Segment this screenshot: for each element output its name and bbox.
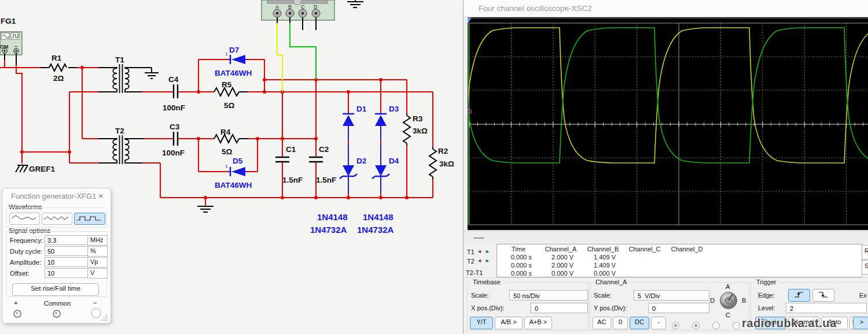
yt-mode-button[interactable]: Y/T — [470, 317, 493, 329]
ground-top-icon[interactable] — [347, 0, 363, 8]
capacitor-c4[interactable] — [174, 84, 178, 98]
set-rise-fall-button[interactable]: Set rise/Fall time — [12, 283, 99, 296]
dialog-title: Function generator-XFG1 — [11, 192, 96, 201]
scope-symbol[interactable]: A B C D — [262, 0, 334, 30]
minus-coupling-button[interactable]: - — [651, 317, 666, 329]
resistor-r3[interactable] — [403, 113, 410, 146]
scope-term-a-label: A — [275, 4, 279, 10]
channel-c-radio[interactable] — [712, 322, 720, 329]
timebase-scale-input[interactable] — [509, 290, 588, 300]
resize-grip[interactable] — [101, 314, 108, 321]
duty-cycle-input[interactable] — [45, 246, 89, 256]
duty-cycle-label: Duty cycle: — [10, 248, 42, 255]
fg-symbol[interactable]: FG1 OM − — [0, 17, 22, 65]
triangle-wave-button[interactable] — [42, 213, 72, 225]
channel-a-title: Channel_A — [594, 279, 628, 285]
r1-value: 2Ω — [53, 74, 64, 83]
offset-input[interactable] — [45, 268, 89, 278]
channel-a-radio[interactable] — [672, 322, 679, 329]
d2-label: D2 — [356, 157, 366, 165]
diode-d2[interactable] — [340, 144, 357, 193]
transformer-t1[interactable] — [98, 64, 159, 93]
capacitor-c1[interactable] — [275, 157, 289, 162]
reverse-button[interactable]: R — [862, 245, 868, 259]
channel-a-scale-input[interactable] — [634, 290, 709, 300]
scope-screen[interactable] — [468, 17, 868, 230]
t1-right-arrow-icon[interactable]: ► — [485, 248, 490, 254]
t1-left-arrow-icon[interactable]: ◄ — [477, 248, 482, 254]
d7-pin1: 1 — [225, 51, 228, 57]
scope-scrollbar[interactable] — [464, 231, 868, 243]
square-wave-button[interactable] — [74, 213, 105, 225]
channel-d-radio[interactable] — [733, 322, 740, 329]
channel-a-ypos-input[interactable] — [648, 303, 709, 313]
trigger-level-input[interactable] — [786, 303, 867, 313]
diode-d5[interactable]: 1 — [225, 164, 248, 176]
frequency-input[interactable] — [45, 235, 89, 245]
resistor-r2[interactable] — [429, 147, 436, 179]
frequency-unit[interactable]: MHz — [87, 235, 108, 246]
oscilloscope-window[interactable]: Four channel oscilloscope-XSC2 T1 ◄ ► T2… — [463, 0, 868, 334]
channel-b-radio[interactable] — [692, 322, 700, 329]
close-icon[interactable]: × — [98, 191, 104, 201]
diode-d3[interactable] — [375, 114, 387, 141]
d3-label: D3 — [389, 105, 399, 113]
knob-label-a: A — [726, 283, 730, 290]
amplitude-input[interactable] — [45, 257, 89, 267]
scope-scrollbar-thumb[interactable] — [474, 237, 484, 239]
capacitor-c2[interactable] — [309, 157, 323, 162]
diode-d1[interactable] — [343, 114, 354, 141]
t2-right-arrow-icon[interactable]: ► — [485, 258, 490, 264]
c1-label: C1 — [286, 145, 296, 154]
t2t1-time: 0.000 s — [497, 270, 532, 277]
d5-part: BAT46WH — [215, 181, 252, 190]
amplitude-unit[interactable]: Vp — [87, 257, 108, 268]
d1-label: D1 — [356, 105, 367, 113]
square-wave-icon — [12, 35, 19, 38]
duty-cycle-unit[interactable]: % — [87, 246, 108, 257]
minus-terminal[interactable] — [91, 308, 101, 318]
resistor-r1[interactable] — [41, 64, 77, 71]
function-generator-dialog[interactable]: Function generator-XFG1 × Waveforms Sign… — [2, 188, 111, 324]
scope-wire-b-green[interactable] — [290, 23, 316, 80]
ground-bottom-icon[interactable] — [197, 206, 214, 212]
ext-trigger-label[interactable]: Ex — [859, 292, 867, 299]
knob-label-b: B — [742, 297, 746, 304]
r4-value: 5Ω — [222, 147, 233, 156]
partno-1n4732a-left: 1N4732A — [310, 225, 347, 235]
timebase-xpos-input[interactable] — [531, 303, 588, 313]
r4-label: R4 — [220, 128, 231, 136]
falling-edge-button[interactable] — [812, 289, 834, 302]
resistor-r5[interactable] — [214, 88, 248, 96]
common-terminal[interactable] — [53, 310, 61, 318]
t1-time: 0.000 s — [497, 254, 532, 261]
save-button[interactable]: S — [862, 260, 868, 274]
channel-a-scale-label: Scale: — [594, 292, 612, 299]
d4-label: D4 — [389, 157, 399, 165]
ac-coupling-button[interactable]: AC — [593, 317, 611, 329]
ground-gref1[interactable] — [16, 165, 28, 172]
scope-wire-a-yellow[interactable] — [277, 23, 282, 92]
partno-1n4148-left: 1N4148 — [317, 212, 348, 222]
rising-edge-button[interactable] — [788, 289, 810, 302]
transformer-t2[interactable] — [98, 135, 145, 164]
col-header-channel-d: Channel_D — [661, 246, 713, 253]
c3-value: 100nF — [162, 149, 185, 157]
zero-coupling-button[interactable]: 0 — [613, 317, 628, 329]
timebase-title: Timebase — [471, 279, 502, 285]
dc-coupling-button[interactable]: DC — [630, 317, 649, 329]
scope-titlebar[interactable]: Four channel oscilloscope-XSC2 — [464, 0, 868, 17]
t2-left-arrow-icon[interactable]: ◄ — [477, 258, 482, 264]
channel-select-knob[interactable] — [719, 291, 738, 310]
t2t1-channel-a: 0.000 V — [539, 270, 573, 277]
sine-wave-button[interactable] — [9, 213, 40, 225]
resistor-r4[interactable] — [214, 135, 248, 143]
capacitor-c3[interactable] — [174, 132, 178, 146]
offset-unit[interactable]: V — [87, 268, 108, 279]
ab-mode-button[interactable]: A/B > — [495, 317, 523, 329]
diode-d4[interactable] — [372, 144, 389, 193]
trigger-edge-label: Edge: — [758, 292, 775, 299]
plus-terminal[interactable] — [13, 310, 21, 318]
a-plus-b-mode-button[interactable]: A+B > — [524, 317, 552, 329]
junction-dots — [20, 66, 409, 199]
